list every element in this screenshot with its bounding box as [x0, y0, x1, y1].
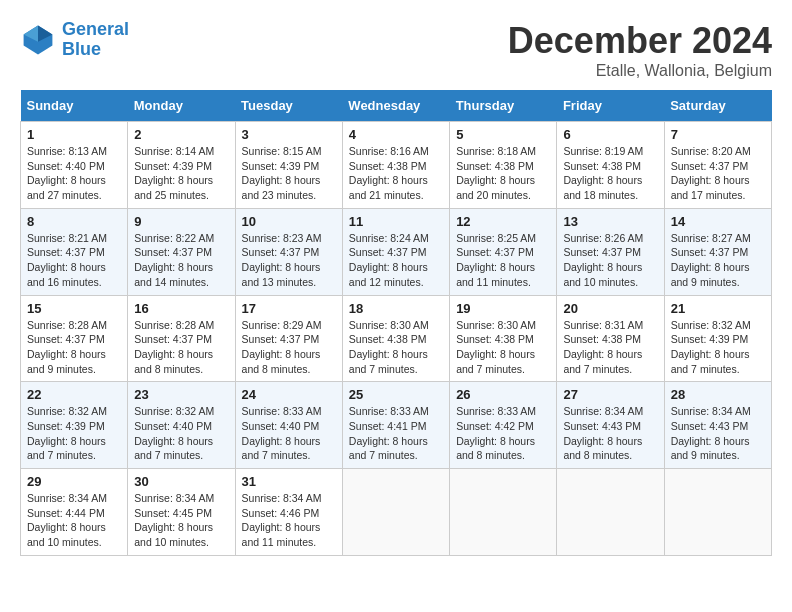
day-info: Sunrise: 8:26 AM Sunset: 4:37 PM Dayligh… [563, 231, 657, 290]
calendar-table: SundayMondayTuesdayWednesdayThursdayFrid… [20, 90, 772, 556]
day-info: Sunrise: 8:27 AM Sunset: 4:37 PM Dayligh… [671, 231, 765, 290]
day-number: 18 [349, 301, 443, 316]
day-number: 30 [134, 474, 228, 489]
calendar-cell: 20Sunrise: 8:31 AM Sunset: 4:38 PM Dayli… [557, 295, 664, 382]
calendar-week-row: 22Sunrise: 8:32 AM Sunset: 4:39 PM Dayli… [21, 382, 772, 469]
calendar-cell [342, 469, 449, 556]
calendar-cell: 22Sunrise: 8:32 AM Sunset: 4:39 PM Dayli… [21, 382, 128, 469]
day-number: 25 [349, 387, 443, 402]
day-info: Sunrise: 8:34 AM Sunset: 4:46 PM Dayligh… [242, 491, 336, 550]
calendar-cell [664, 469, 771, 556]
calendar-cell: 10Sunrise: 8:23 AM Sunset: 4:37 PM Dayli… [235, 208, 342, 295]
day-number: 2 [134, 127, 228, 142]
day-info: Sunrise: 8:16 AM Sunset: 4:38 PM Dayligh… [349, 144, 443, 203]
day-number: 15 [27, 301, 121, 316]
day-number: 17 [242, 301, 336, 316]
day-number: 8 [27, 214, 121, 229]
calendar-week-row: 1Sunrise: 8:13 AM Sunset: 4:40 PM Daylig… [21, 122, 772, 209]
day-number: 9 [134, 214, 228, 229]
day-number: 12 [456, 214, 550, 229]
day-info: Sunrise: 8:34 AM Sunset: 4:43 PM Dayligh… [671, 404, 765, 463]
calendar-cell: 30Sunrise: 8:34 AM Sunset: 4:45 PM Dayli… [128, 469, 235, 556]
weekday-header: Sunday [21, 90, 128, 122]
day-number: 26 [456, 387, 550, 402]
calendar-cell: 11Sunrise: 8:24 AM Sunset: 4:37 PM Dayli… [342, 208, 449, 295]
day-info: Sunrise: 8:34 AM Sunset: 4:43 PM Dayligh… [563, 404, 657, 463]
day-number: 23 [134, 387, 228, 402]
day-info: Sunrise: 8:13 AM Sunset: 4:40 PM Dayligh… [27, 144, 121, 203]
day-info: Sunrise: 8:30 AM Sunset: 4:38 PM Dayligh… [456, 318, 550, 377]
day-number: 22 [27, 387, 121, 402]
day-info: Sunrise: 8:32 AM Sunset: 4:39 PM Dayligh… [27, 404, 121, 463]
calendar-cell: 31Sunrise: 8:34 AM Sunset: 4:46 PM Dayli… [235, 469, 342, 556]
calendar-cell [450, 469, 557, 556]
day-info: Sunrise: 8:20 AM Sunset: 4:37 PM Dayligh… [671, 144, 765, 203]
day-number: 11 [349, 214, 443, 229]
day-info: Sunrise: 8:34 AM Sunset: 4:44 PM Dayligh… [27, 491, 121, 550]
subtitle: Etalle, Wallonia, Belgium [508, 62, 772, 80]
calendar-cell: 8Sunrise: 8:21 AM Sunset: 4:37 PM Daylig… [21, 208, 128, 295]
day-info: Sunrise: 8:14 AM Sunset: 4:39 PM Dayligh… [134, 144, 228, 203]
calendar-cell: 16Sunrise: 8:28 AM Sunset: 4:37 PM Dayli… [128, 295, 235, 382]
calendar-cell: 15Sunrise: 8:28 AM Sunset: 4:37 PM Dayli… [21, 295, 128, 382]
day-number: 29 [27, 474, 121, 489]
day-info: Sunrise: 8:15 AM Sunset: 4:39 PM Dayligh… [242, 144, 336, 203]
day-info: Sunrise: 8:19 AM Sunset: 4:38 PM Dayligh… [563, 144, 657, 203]
day-info: Sunrise: 8:33 AM Sunset: 4:40 PM Dayligh… [242, 404, 336, 463]
day-number: 6 [563, 127, 657, 142]
calendar-week-row: 15Sunrise: 8:28 AM Sunset: 4:37 PM Dayli… [21, 295, 772, 382]
day-info: Sunrise: 8:30 AM Sunset: 4:38 PM Dayligh… [349, 318, 443, 377]
calendar-cell: 1Sunrise: 8:13 AM Sunset: 4:40 PM Daylig… [21, 122, 128, 209]
day-info: Sunrise: 8:32 AM Sunset: 4:39 PM Dayligh… [671, 318, 765, 377]
day-number: 4 [349, 127, 443, 142]
calendar-cell: 14Sunrise: 8:27 AM Sunset: 4:37 PM Dayli… [664, 208, 771, 295]
day-number: 3 [242, 127, 336, 142]
logo-line2: Blue [62, 39, 101, 59]
calendar-cell: 9Sunrise: 8:22 AM Sunset: 4:37 PM Daylig… [128, 208, 235, 295]
day-info: Sunrise: 8:29 AM Sunset: 4:37 PM Dayligh… [242, 318, 336, 377]
day-number: 7 [671, 127, 765, 142]
header: General Blue December 2024 Etalle, Wallo… [20, 20, 772, 80]
day-number: 19 [456, 301, 550, 316]
weekday-header: Wednesday [342, 90, 449, 122]
day-number: 10 [242, 214, 336, 229]
day-number: 5 [456, 127, 550, 142]
calendar-cell: 23Sunrise: 8:32 AM Sunset: 4:40 PM Dayli… [128, 382, 235, 469]
day-number: 20 [563, 301, 657, 316]
calendar-week-row: 29Sunrise: 8:34 AM Sunset: 4:44 PM Dayli… [21, 469, 772, 556]
calendar-cell: 26Sunrise: 8:33 AM Sunset: 4:42 PM Dayli… [450, 382, 557, 469]
day-info: Sunrise: 8:31 AM Sunset: 4:38 PM Dayligh… [563, 318, 657, 377]
calendar-cell: 6Sunrise: 8:19 AM Sunset: 4:38 PM Daylig… [557, 122, 664, 209]
weekday-header-row: SundayMondayTuesdayWednesdayThursdayFrid… [21, 90, 772, 122]
weekday-header: Thursday [450, 90, 557, 122]
logo-icon [20, 22, 56, 58]
day-number: 28 [671, 387, 765, 402]
day-info: Sunrise: 8:24 AM Sunset: 4:37 PM Dayligh… [349, 231, 443, 290]
calendar-cell [557, 469, 664, 556]
day-info: Sunrise: 8:18 AM Sunset: 4:38 PM Dayligh… [456, 144, 550, 203]
calendar-cell: 18Sunrise: 8:30 AM Sunset: 4:38 PM Dayli… [342, 295, 449, 382]
logo: General Blue [20, 20, 129, 60]
title-area: December 2024 Etalle, Wallonia, Belgium [508, 20, 772, 80]
calendar-cell: 21Sunrise: 8:32 AM Sunset: 4:39 PM Dayli… [664, 295, 771, 382]
calendar-cell: 28Sunrise: 8:34 AM Sunset: 4:43 PM Dayli… [664, 382, 771, 469]
logo-line1: General [62, 19, 129, 39]
logo-text: General Blue [62, 20, 129, 60]
calendar-cell: 5Sunrise: 8:18 AM Sunset: 4:38 PM Daylig… [450, 122, 557, 209]
day-info: Sunrise: 8:34 AM Sunset: 4:45 PM Dayligh… [134, 491, 228, 550]
day-number: 13 [563, 214, 657, 229]
weekday-header: Friday [557, 90, 664, 122]
calendar-cell: 12Sunrise: 8:25 AM Sunset: 4:37 PM Dayli… [450, 208, 557, 295]
weekday-header: Monday [128, 90, 235, 122]
calendar-cell: 29Sunrise: 8:34 AM Sunset: 4:44 PM Dayli… [21, 469, 128, 556]
day-number: 16 [134, 301, 228, 316]
day-number: 31 [242, 474, 336, 489]
day-info: Sunrise: 8:22 AM Sunset: 4:37 PM Dayligh… [134, 231, 228, 290]
calendar-cell: 3Sunrise: 8:15 AM Sunset: 4:39 PM Daylig… [235, 122, 342, 209]
day-info: Sunrise: 8:33 AM Sunset: 4:42 PM Dayligh… [456, 404, 550, 463]
calendar-week-row: 8Sunrise: 8:21 AM Sunset: 4:37 PM Daylig… [21, 208, 772, 295]
calendar-cell: 25Sunrise: 8:33 AM Sunset: 4:41 PM Dayli… [342, 382, 449, 469]
day-number: 21 [671, 301, 765, 316]
day-number: 14 [671, 214, 765, 229]
day-number: 1 [27, 127, 121, 142]
